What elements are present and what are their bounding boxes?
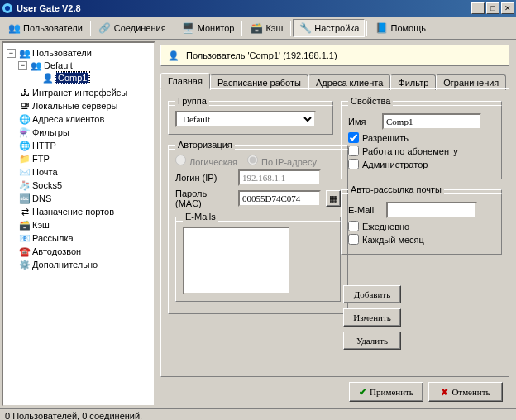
separator bbox=[90, 21, 91, 36]
users-icon: 👥 bbox=[19, 47, 31, 59]
cache-icon: 🗃️ bbox=[250, 21, 263, 35]
minimize-button[interactable]: _ bbox=[471, 2, 485, 14]
monthly-checkbox[interactable]: Каждый месяц bbox=[348, 234, 494, 245]
auth-fieldset: Авторизация Логическая По IP-адресу Логи… bbox=[168, 140, 348, 314]
connections-icon: 🔗 bbox=[98, 21, 112, 35]
users-icon: 👥 bbox=[7, 21, 21, 35]
settings-icon: 🔧 bbox=[299, 21, 312, 35]
password-input[interactable] bbox=[238, 190, 321, 207]
separator bbox=[241, 21, 242, 36]
card-icon: ▦ bbox=[329, 193, 337, 204]
app-icon bbox=[2, 2, 13, 14]
mailing-icon: 📧 bbox=[19, 232, 31, 244]
properties-legend: Свойства bbox=[348, 96, 393, 106]
content-header: 👤 Пользователь 'Comp1' (192.168.1.1) bbox=[160, 45, 509, 66]
tree-autodial[interactable]: ☎️Автодозвон bbox=[7, 246, 150, 257]
mac-lookup-button[interactable]: ▦ bbox=[326, 190, 341, 207]
admin-checkbox[interactable]: Администратор bbox=[348, 159, 494, 169]
auth-byip-radio[interactable]: По IP-адресу bbox=[247, 155, 317, 167]
collapse-icon[interactable]: − bbox=[18, 61, 27, 70]
group-icon: 👥 bbox=[31, 60, 42, 71]
tree-root-users[interactable]: −👥Пользователи bbox=[7, 47, 150, 59]
automail-email-label: E-Mail bbox=[348, 205, 381, 215]
group-legend: Группа bbox=[175, 96, 209, 106]
server-icon: 🖳 bbox=[19, 100, 31, 112]
emails-textarea[interactable] bbox=[183, 227, 290, 294]
auth-logical-radio[interactable]: Логическая bbox=[175, 155, 237, 167]
email-edit-button[interactable]: Изменить bbox=[343, 308, 401, 327]
close-button[interactable]: ✕ bbox=[501, 2, 514, 14]
window-title: User Gate V2.8 bbox=[17, 3, 471, 13]
tree-ports[interactable]: ⇄Назначение портов bbox=[7, 206, 150, 217]
socks-icon: 🧦 bbox=[19, 179, 31, 191]
cancel-button[interactable]: ✘Отменить bbox=[428, 382, 503, 402]
email-delete-button[interactable]: Удалить bbox=[343, 332, 401, 350]
separator bbox=[366, 21, 367, 36]
tree-intranet[interactable]: 🖧Интранет интерфейсы bbox=[7, 87, 150, 98]
tree-user-comp1[interactable]: 👤Comp1 bbox=[30, 72, 150, 84]
monitor-icon: 🖥️ bbox=[182, 21, 195, 35]
tree-group-default[interactable]: −👥Default bbox=[18, 60, 150, 71]
collapse-icon[interactable]: − bbox=[7, 49, 16, 58]
content-area: 👤 Пользователь 'Comp1' (192.168.1.1) Гла… bbox=[155, 41, 514, 407]
login-input[interactable] bbox=[238, 169, 321, 186]
tree-mailing[interactable]: 📧Рассылка bbox=[7, 232, 150, 244]
toolbar-cache[interactable]: 🗃️Кэш bbox=[244, 19, 289, 37]
tree-dns[interactable]: 🔤DNS bbox=[7, 193, 150, 204]
daily-checkbox[interactable]: Ежедневно bbox=[348, 221, 494, 231]
tree-ftp[interactable]: 📁FTP bbox=[7, 153, 150, 165]
dns-icon: 🔤 bbox=[19, 193, 31, 204]
allow-checkbox[interactable]: Разрешить bbox=[348, 132, 494, 143]
toolbar-users[interactable]: 👥Пользователи bbox=[2, 19, 88, 37]
toolbar-monitor[interactable]: 🖥️Монитор bbox=[176, 19, 241, 37]
group-select[interactable]: Default bbox=[175, 111, 316, 127]
name-label: Имя bbox=[348, 117, 377, 126]
tab-strip: Главная Расписание работы Адреса клиента… bbox=[160, 73, 509, 88]
tree-cache[interactable]: 🗃️Кэш bbox=[7, 219, 150, 231]
mail-icon: ✉️ bbox=[19, 166, 31, 178]
automail-legend: Авто-рассылка почты bbox=[348, 184, 444, 194]
tree-http[interactable]: 🌐HTTP bbox=[7, 140, 150, 151]
main-toolbar: 👥Пользователи 🔗Соединения 🖥️Монитор 🗃️Кэ… bbox=[0, 17, 516, 40]
tree-socks5[interactable]: 🧦Socks5 bbox=[7, 179, 150, 191]
toolbar-help[interactable]: 📘Помощь bbox=[369, 19, 432, 37]
tree-client-addresses[interactable]: 🌐Адреса клиентов bbox=[7, 113, 150, 125]
help-icon: 📘 bbox=[375, 21, 388, 35]
http-icon: 🌐 bbox=[19, 140, 31, 151]
address-icon: 🌐 bbox=[19, 113, 31, 125]
properties-fieldset: Свойства Имя Разрешить Работа по абонеме… bbox=[341, 96, 502, 179]
advanced-icon: ⚙️ bbox=[19, 259, 31, 270]
user-icon: 👤 bbox=[42, 72, 54, 84]
tree-mail[interactable]: ✉️Почта bbox=[7, 166, 150, 178]
ftp-icon: 📁 bbox=[19, 153, 31, 165]
emails-fieldset: E-Mails bbox=[175, 212, 341, 302]
network-icon: 🖧 bbox=[19, 87, 31, 98]
tree-panel: −👥Пользователи −👥Default 👤Comp1 🖧Интране… bbox=[2, 41, 155, 407]
emails-legend: E-Mails bbox=[183, 212, 218, 222]
email-add-button[interactable]: Добавить bbox=[343, 285, 401, 303]
automail-email-input[interactable] bbox=[386, 202, 477, 218]
name-input[interactable] bbox=[382, 113, 481, 130]
automail-fieldset: Авто-рассылка почты E-Mail Ежедневно Каж… bbox=[341, 184, 502, 255]
apply-button[interactable]: ✔Применить bbox=[349, 382, 423, 402]
svg-point-1 bbox=[5, 6, 10, 11]
cache-icon: 🗃️ bbox=[19, 219, 31, 231]
tree-filters[interactable]: ⚗️Фильтры bbox=[7, 126, 150, 138]
header-text: Пользователь 'Comp1' (192.168.1.1) bbox=[186, 50, 337, 60]
toolbar-settings[interactable]: 🔧Настройка bbox=[293, 19, 365, 37]
maximize-button[interactable]: □ bbox=[486, 2, 499, 14]
group-fieldset: Группа Default bbox=[168, 96, 333, 135]
titlebar: User Gate V2.8 _ □ ✕ bbox=[0, 0, 516, 17]
subscription-checkbox[interactable]: Работа по абонементу bbox=[348, 146, 494, 156]
toolbar-connections[interactable]: 🔗Соединения bbox=[93, 19, 172, 37]
tab-body: Группа Default Авторизация Логическая По… bbox=[160, 88, 509, 377]
status-bar: 0 Пользователей, 0 соединений. bbox=[0, 408, 516, 420]
check-icon: ✔ bbox=[359, 387, 366, 398]
tree-local-servers[interactable]: 🖳Локальные серверы bbox=[7, 100, 150, 112]
login-label: Логин (IP) bbox=[175, 173, 233, 183]
password-label: Пароль (MAC) bbox=[175, 189, 233, 208]
auth-legend: Авторизация bbox=[175, 140, 235, 150]
tab-main[interactable]: Главная bbox=[160, 73, 210, 89]
tree-advanced[interactable]: ⚙️Дополнительно bbox=[7, 259, 150, 270]
dial-icon: ☎️ bbox=[19, 246, 31, 257]
